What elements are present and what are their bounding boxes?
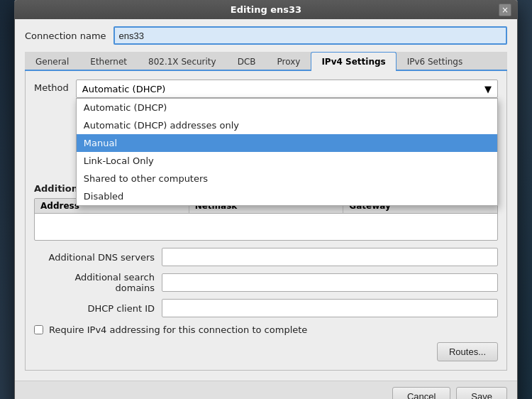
method-option-auto-dhcp-addr[interactable]: Automatic (DHCP) addresses only [77,116,497,134]
dhcp-client-id-label: DHCP client ID [34,303,155,314]
connection-name-row: Connection name [25,26,507,45]
tab-ipv4-settings[interactable]: IPv4 Settings [311,52,396,71]
editing-dialog: Editing ens33 × Connection name General … [14,0,518,399]
dns-servers-label: Additional DNS servers [34,252,155,263]
tab-ipv4-content: Method Automatic (DHCP) ▼ Automatic (DHC… [25,71,507,371]
method-select-trigger[interactable]: Automatic (DHCP) ▼ [76,80,498,98]
routes-button[interactable]: Routes... [437,342,498,361]
method-row: Method Automatic (DHCP) ▼ Automatic (DHC… [34,80,498,98]
bottom-actions: Routes... [34,342,498,361]
ipv4-required-label: Require IPv4 addressing for this connect… [49,324,307,335]
method-dropdown-arrow: ▼ [484,84,492,94]
dialog-title: Editing ens33 [231,4,301,15]
method-option-auto-dhcp[interactable]: Automatic (DHCP) [77,99,497,116]
connection-name-input[interactable] [113,26,507,45]
search-domains-row: Additional search domains [34,272,498,293]
method-option-manual[interactable]: Manual [77,134,497,152]
search-domains-input[interactable] [162,273,498,292]
method-dropdown-menu: Automatic (DHCP) Automatic (DHCP) addres… [76,98,498,206]
dialog-titlebar: Editing ens33 × [15,0,517,19]
method-selected-value: Automatic (DHCP) [82,84,166,94]
tabs-bar: General Ethernet 802.1X Security DCB Pro… [25,52,507,71]
dialog-footer: Cancel Save [15,381,517,399]
dialog-body: Connection name General Ethernet 802.1X … [15,19,517,381]
dns-servers-row: Additional DNS servers [34,248,498,266]
tab-8021x-security[interactable]: 802.1X Security [138,52,227,71]
dhcp-client-id-input[interactable] [162,299,498,317]
tab-general[interactable]: General [25,52,79,71]
dns-servers-input[interactable] [162,248,498,266]
search-domains-label: Additional search domains [34,272,155,293]
close-button[interactable]: × [499,4,511,16]
tab-ethernet[interactable]: Ethernet [79,52,138,71]
method-dropdown-wrapper: Automatic (DHCP) ▼ Automatic (DHCP) Auto… [76,80,498,98]
dhcp-client-id-row: DHCP client ID [34,299,498,317]
ipv4-required-row: Require IPv4 addressing for this connect… [34,324,498,335]
cancel-button[interactable]: Cancel [392,387,450,399]
tab-proxy[interactable]: Proxy [267,52,311,71]
tab-dcb[interactable]: DCB [227,52,267,71]
ipv4-required-checkbox[interactable] [34,325,43,334]
method-option-link-local[interactable]: Link-Local Only [77,152,497,170]
tab-ipv6-settings[interactable]: IPv6 Settings [397,52,474,71]
method-label: Method [34,80,69,93]
method-option-disabled[interactable]: Disabled [77,187,497,205]
method-option-shared[interactable]: Shared to other computers [77,170,497,187]
save-button[interactable]: Save [456,387,507,399]
connection-name-label: Connection name [25,31,106,41]
